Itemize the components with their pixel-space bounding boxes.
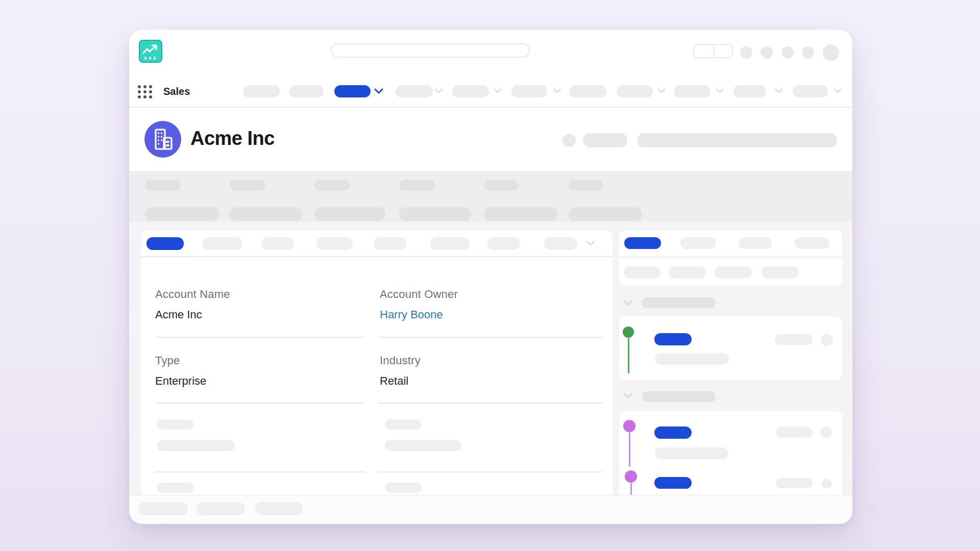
nav-item-placeholder[interactable] — [793, 85, 828, 97]
trend-chart-icon — [140, 54, 161, 63]
timeline-text-placeholder — [655, 447, 728, 459]
activity-filter-placeholder[interactable] — [669, 266, 706, 279]
detail-tab-placeholder[interactable] — [544, 237, 577, 250]
band-label-placeholder — [484, 180, 519, 191]
utility-item-placeholder[interactable] — [197, 502, 245, 515]
timeline-stem-purple — [629, 432, 630, 467]
field-rule — [155, 337, 365, 338]
toolbar-icon-placeholder-3[interactable] — [781, 46, 794, 59]
chevron-down-icon[interactable] — [775, 88, 784, 94]
nav-item-placeholder[interactable] — [452, 85, 489, 97]
timeline-stem-purple — [630, 483, 632, 495]
section-chevron-icon[interactable] — [624, 300, 633, 306]
nav-item-placeholder[interactable] — [733, 85, 766, 97]
app-logo[interactable] — [139, 40, 162, 63]
nav-item-placeholder[interactable] — [569, 85, 606, 97]
waffle-grid-icon — [137, 93, 153, 102]
field-rule — [378, 337, 602, 338]
section-chevron-icon[interactable] — [624, 393, 633, 399]
field-label: Account Name — [155, 288, 230, 301]
field-rule — [155, 403, 365, 404]
utility-item-placeholder[interactable] — [138, 502, 188, 515]
toolbar-icon-placeholder-2[interactable] — [761, 46, 773, 59]
field-label: Account Owner — [380, 288, 458, 301]
band-value-placeholder — [569, 207, 642, 221]
chevron-down-icon[interactable] — [586, 240, 595, 246]
nav-item-placeholder[interactable] — [617, 85, 653, 97]
field-rule — [155, 471, 365, 472]
timeline-card-past — [619, 411, 842, 495]
band-value-placeholder — [484, 207, 558, 221]
user-avatar[interactable] — [823, 44, 839, 61]
building-icon — [144, 151, 181, 159]
band-label-placeholder — [145, 180, 181, 191]
timeline-action-button[interactable] — [654, 333, 692, 345]
nav-divider — [129, 107, 852, 108]
timeline-action-button[interactable] — [654, 427, 692, 439]
band-label-placeholder — [399, 180, 435, 191]
chevron-down-icon[interactable] — [374, 88, 383, 94]
detail-tab-placeholder[interactable] — [316, 237, 353, 250]
field-label-placeholder — [157, 483, 193, 493]
record-header-icon-placeholder[interactable] — [562, 134, 576, 147]
global-search-input[interactable] — [331, 43, 530, 58]
chevron-down-icon[interactable] — [553, 88, 562, 94]
chevron-down-icon[interactable] — [834, 88, 843, 94]
band-value-placeholder — [314, 207, 385, 221]
record-detail-card: Account Name Acme Inc Account Owner Harr… — [141, 231, 612, 495]
nav-item-placeholder[interactable] — [674, 85, 710, 97]
band-value-placeholder — [399, 207, 471, 221]
chevron-down-icon[interactable] — [494, 88, 503, 94]
detail-tab-active[interactable] — [146, 237, 184, 250]
detail-tab-placeholder[interactable] — [374, 237, 406, 250]
toolbar-icon-placeholder-4[interactable] — [802, 46, 814, 59]
field-value-placeholder — [157, 440, 235, 451]
timeline-item-menu-button[interactable] — [821, 334, 833, 346]
activity-card — [619, 231, 842, 286]
activity-filter-placeholder[interactable] — [624, 266, 660, 279]
timeline-action-button[interactable] — [654, 477, 692, 489]
band-value-placeholder — [145, 207, 219, 221]
chevron-down-icon[interactable] — [716, 88, 725, 94]
timeline-date-placeholder — [776, 427, 813, 438]
timeline-date-placeholder — [776, 478, 813, 488]
activity-tab-placeholder[interactable] — [739, 237, 772, 249]
timeline-stem-green — [628, 338, 629, 373]
record-header-actions-placeholder[interactable] — [637, 133, 837, 147]
utility-item-placeholder[interactable] — [255, 502, 303, 515]
app-name-label[interactable]: Sales — [163, 86, 190, 97]
chevron-down-icon[interactable] — [435, 88, 444, 94]
timeline-card-upcoming — [619, 316, 842, 380]
timeline-item-menu-button[interactable] — [822, 479, 832, 489]
chevron-down-icon[interactable] — [657, 88, 667, 94]
field-value-link[interactable]: Harry Boone — [380, 308, 443, 321]
nav-item-placeholder[interactable] — [511, 85, 547, 97]
field-label-placeholder — [157, 419, 193, 430]
detail-tab-placeholder[interactable] — [203, 237, 242, 250]
section-title-placeholder — [642, 297, 716, 308]
nav-item-placeholder[interactable] — [243, 85, 280, 97]
detail-tab-placeholder[interactable] — [261, 237, 294, 250]
band-label-placeholder — [569, 180, 603, 191]
activity-tab-placeholder[interactable] — [795, 237, 829, 249]
activity-tab-placeholder[interactable] — [680, 237, 716, 249]
nav-item-active[interactable] — [334, 85, 371, 97]
view-toggle-control[interactable] — [693, 44, 733, 58]
app-launcher-button[interactable] — [137, 84, 153, 100]
activity-tab-active[interactable] — [624, 237, 661, 249]
detail-tab-placeholder[interactable] — [487, 237, 520, 250]
record-avatar — [144, 121, 181, 158]
activity-filter-placeholder[interactable] — [762, 266, 799, 279]
detail-tab-placeholder[interactable] — [430, 237, 470, 250]
activity-filter-placeholder[interactable] — [715, 266, 752, 279]
toolbar-icon-placeholder-1[interactable] — [740, 46, 752, 59]
nav-item-placeholder[interactable] — [289, 85, 324, 97]
record-header-button-placeholder[interactable] — [583, 133, 627, 147]
timeline-dot-green — [623, 327, 634, 338]
timeline-item-menu-button[interactable] — [820, 427, 832, 438]
nav-item-placeholder[interactable] — [396, 85, 433, 97]
band-value-placeholder — [230, 207, 303, 221]
timeline-date-placeholder — [775, 334, 813, 345]
timeline-dot-purple — [625, 470, 637, 483]
field-value: Enterprise — [155, 374, 206, 388]
